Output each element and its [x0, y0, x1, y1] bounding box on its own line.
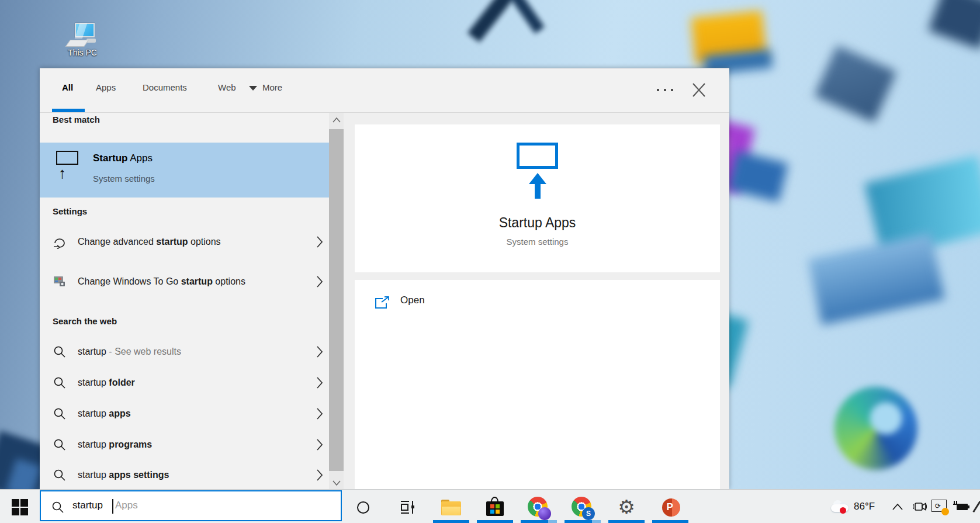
gear-icon: ⚙ — [618, 497, 635, 517]
notification-dot — [941, 508, 949, 515]
open-action[interactable]: Open — [355, 288, 720, 315]
results-scrollbar[interactable] — [329, 113, 344, 490]
scroll-down-icon[interactable] — [329, 476, 344, 490]
scroll-up-icon[interactable] — [329, 113, 344, 127]
tab-web[interactable]: Web — [218, 82, 236, 92]
result-text: startup - See web results — [78, 345, 271, 358]
result-subtitle: System settings — [93, 174, 155, 183]
task-view-button[interactable] — [399, 497, 418, 517]
result-text: Change advanced startup options — [78, 235, 271, 248]
wallpaper-shape — [808, 233, 944, 325]
search-the-web-header: Search the web — [53, 316, 117, 326]
startup-arrow-icon — [527, 173, 548, 199]
close-icon[interactable] — [690, 81, 708, 99]
result-text: startup folder — [78, 376, 271, 389]
search-icon — [52, 406, 67, 421]
file-explorer-icon — [441, 500, 461, 515]
edge-logo-wallpaper — [834, 387, 917, 470]
pen-icon[interactable] — [972, 501, 980, 512]
web-result-startup-folder[interactable]: startup folder — [40, 367, 329, 398]
more-options-icon[interactable] — [657, 88, 676, 92]
search-icon — [52, 467, 67, 483]
chevron-right-icon[interactable] — [317, 377, 323, 389]
search-typed-text: startup — [72, 500, 103, 511]
chevron-down-icon[interactable] — [249, 86, 257, 91]
running-indicator — [565, 520, 601, 523]
chrome-profile2-button[interactable]: S — [572, 497, 591, 517]
tab-apps[interactable]: Apps — [96, 82, 116, 92]
advanced-startup-icon — [52, 234, 67, 250]
running-indicator — [608, 520, 645, 523]
start-button[interactable] — [12, 499, 28, 515]
desktop: This PC All Apps Documents Web More Best… — [0, 0, 980, 523]
result-text: startup apps settings — [78, 469, 271, 482]
powerpoint-icon: P — [662, 498, 680, 517]
powerpoint-button[interactable]: P — [661, 497, 681, 517]
running-indicator — [521, 520, 557, 523]
search-icon — [52, 344, 67, 359]
tab-more[interactable]: More — [262, 82, 282, 92]
best-match-result-startup-apps[interactable]: ↑ Startup Apps System settings — [40, 143, 329, 198]
text-cursor — [112, 499, 113, 514]
web-result-startup-programs[interactable]: startup programs — [40, 429, 329, 460]
wallpaper-shape — [505, 0, 545, 34]
chevron-right-icon[interactable] — [317, 346, 323, 358]
search-flyout-window: All Apps Documents Web More Best match ↑… — [40, 68, 729, 489]
chevron-right-icon[interactable] — [317, 276, 323, 288]
profile-badge-icon — [538, 507, 551, 520]
result-text: Change Windows To Go startup options — [78, 275, 271, 288]
weather-button[interactable] — [830, 500, 850, 512]
web-result-startup-apps[interactable]: startup apps — [40, 398, 329, 429]
cloud-icon — [830, 500, 850, 512]
preview-subtitle: System settings — [355, 237, 720, 247]
settings-button[interactable]: ⚙ — [617, 497, 636, 517]
search-filter-tabbar: All Apps Documents Web More — [40, 68, 729, 113]
chevron-right-icon[interactable] — [317, 469, 323, 481]
windows-to-go-icon — [52, 274, 67, 289]
startup-apps-icon: ↑ — [56, 151, 78, 181]
chevron-right-icon[interactable] — [317, 236, 323, 248]
this-pc-label: This PC — [56, 48, 109, 57]
keyboard-icon — [65, 40, 89, 47]
tab-all[interactable]: All — [62, 82, 73, 92]
search-icon — [51, 501, 64, 514]
battery-button[interactable] — [954, 502, 969, 511]
startup-apps-preview-icon — [517, 143, 558, 169]
chrome-icon: S — [572, 497, 591, 518]
monitor-icon — [75, 23, 95, 37]
temperature-label[interactable]: 86°F — [854, 501, 875, 512]
running-indicator — [652, 520, 688, 523]
preview-card: Startup Apps System settings — [355, 124, 720, 272]
this-pc-desktop-icon[interactable]: This PC — [56, 18, 109, 61]
preview-panel: Startup Apps System settings Open — [344, 113, 729, 490]
display-connect-button[interactable]: ⟳ — [931, 500, 947, 514]
active-tab-indicator — [52, 109, 85, 112]
wallpaper-shape — [928, 0, 980, 50]
web-result-startup-apps-settings[interactable]: startup apps settings — [40, 460, 329, 490]
file-explorer-button[interactable] — [441, 497, 461, 517]
chrome-profile1-button[interactable] — [528, 497, 548, 517]
web-result-see-web-results[interactable]: startup - See web results — [40, 336, 329, 367]
settings-result-advanced-startup[interactable]: Change advanced startup options — [40, 226, 329, 258]
chevron-right-icon[interactable] — [317, 408, 323, 420]
meet-now-button[interactable] — [913, 501, 927, 512]
search-icon — [52, 375, 67, 390]
preview-title: Startup Apps — [355, 215, 720, 231]
tray-overflow-button[interactable] — [892, 503, 903, 510]
microsoft-store-button[interactable] — [485, 496, 505, 516]
chevron-right-icon[interactable] — [317, 439, 323, 451]
settings-result-windows-to-go[interactable]: Change Windows To Go startup options — [40, 258, 329, 306]
tab-documents[interactable]: Documents — [143, 82, 187, 92]
scrollbar-thumb[interactable] — [329, 129, 344, 471]
taskbar-search-box[interactable]: startup Apps — [40, 490, 342, 521]
windows-logo-icon — [12, 499, 28, 515]
task-view-icon — [401, 500, 416, 515]
microsoft-store-icon — [485, 497, 505, 516]
cortana-button[interactable] — [353, 497, 373, 517]
wallpaper-shape — [728, 151, 788, 202]
settings-header: Settings — [53, 206, 87, 216]
chrome-icon — [528, 497, 548, 518]
video-camera-icon — [913, 501, 927, 512]
open-external-icon — [375, 296, 390, 309]
preview-actions-card: Open — [355, 280, 720, 490]
